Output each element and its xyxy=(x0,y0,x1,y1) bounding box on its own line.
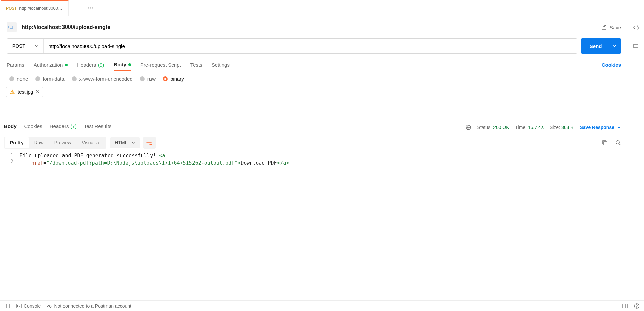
help-icon[interactable] xyxy=(634,303,639,309)
sidebar-toggle-icon[interactable] xyxy=(5,304,10,308)
search-icon[interactable] xyxy=(615,140,621,146)
file-pill[interactable]: test.jpg xyxy=(6,87,43,97)
view-mode-segment: Pretty Raw Preview Visualize xyxy=(4,137,106,149)
tab-body[interactable]: Body xyxy=(114,59,131,71)
tab-bar: POST http://localhost:3000/up xyxy=(0,0,644,16)
view-raw[interactable]: Raw xyxy=(29,137,49,148)
save-button[interactable]: Save xyxy=(601,24,621,30)
svg-rect-11 xyxy=(5,304,10,308)
tab-tests[interactable]: Tests xyxy=(190,59,202,70)
code-tag: > xyxy=(286,160,289,166)
code-content: File uploaded and PDF generated successf… xyxy=(19,153,165,159)
code-tag: > xyxy=(238,160,241,166)
language-select[interactable]: HTML xyxy=(110,137,140,148)
body-type-radios: none form-data x-www-form-urlencoded raw… xyxy=(0,71,628,82)
svg-point-2 xyxy=(92,7,93,8)
send-button[interactable]: Send xyxy=(581,38,621,54)
resp-tab-body[interactable]: Body xyxy=(4,121,17,133)
tab-authorization[interactable]: Authorization xyxy=(34,59,68,70)
send-label: Send xyxy=(586,43,606,49)
response-header: Body Cookies Headers (7) Test Results St… xyxy=(0,117,628,133)
sync-status-label: Not connected to a Postman account xyxy=(54,303,131,309)
main-row: HTTP http://localhost:3000/upload-single… xyxy=(0,16,644,311)
cookies-label: Cookies xyxy=(602,62,621,68)
radio-raw-label: raw xyxy=(147,76,156,82)
radio-xwww[interactable]: x-www-form-urlencoded xyxy=(72,76,133,82)
wrap-lines-button[interactable] xyxy=(143,137,156,149)
resp-tab-cookies[interactable]: Cookies xyxy=(24,121,42,133)
copy-icon[interactable] xyxy=(602,140,608,146)
view-pretty-label: Pretty xyxy=(10,140,24,145)
status-meta: Status: 200 OK xyxy=(477,125,509,130)
resp-tab-headers[interactable]: Headers (7) xyxy=(50,121,77,133)
save-label: Save xyxy=(610,24,621,30)
more-tabs-icon[interactable] xyxy=(87,7,93,9)
view-pretty[interactable]: Pretty xyxy=(5,137,29,148)
svg-point-4 xyxy=(12,93,12,93)
method-select[interactable]: POST xyxy=(7,39,44,53)
method-label: POST xyxy=(12,43,25,49)
new-tab-icon[interactable] xyxy=(75,5,81,11)
view-raw-label: Raw xyxy=(34,140,44,145)
resp-headers-label: Headers xyxy=(50,123,69,130)
view-row: Pretty Raw Preview Visualize HTML xyxy=(0,133,628,151)
resp-testresults-label: Test Results xyxy=(84,123,112,130)
url-input[interactable] xyxy=(44,39,577,53)
tab-title: http://localhost:3000/up xyxy=(19,6,63,11)
code-text: = xyxy=(43,160,46,166)
size-value: 363 B xyxy=(561,125,574,130)
save-response-button[interactable]: Save Response xyxy=(580,125,621,130)
code-text: File uploaded and PDF generated successf… xyxy=(19,153,159,159)
tab-prerequest[interactable]: Pre-request Script xyxy=(140,59,181,70)
request-row: POST Send xyxy=(0,38,628,58)
resp-cookies-label: Cookies xyxy=(24,123,42,130)
code-quote: " xyxy=(46,160,49,166)
request-tab[interactable]: POST http://localhost:3000/up xyxy=(1,0,69,16)
tab-body-label: Body xyxy=(114,62,126,67)
response-body[interactable]: 1 File uploaded and PDF generated succes… xyxy=(0,151,628,311)
save-icon xyxy=(601,24,607,30)
response-meta: Status: 200 OK Time: 15.72 s Size: 363 B… xyxy=(465,124,621,131)
resp-body-label: Body xyxy=(4,123,17,129)
sync-status[interactable]: Not connected to a Postman account xyxy=(47,303,131,309)
radio-binary[interactable]: binary xyxy=(163,76,184,82)
remove-file-icon[interactable] xyxy=(36,89,40,95)
radio-none[interactable]: none xyxy=(9,76,28,82)
http-badge-icon: HTTP xyxy=(7,22,17,32)
radio-icon xyxy=(140,76,145,81)
tab-settings[interactable]: Settings xyxy=(212,59,230,70)
view-visualize[interactable]: Visualize xyxy=(77,137,106,148)
radio-none-label: none xyxy=(17,76,28,82)
tab-actions xyxy=(69,5,93,11)
resp-tab-test-results[interactable]: Test Results xyxy=(84,121,112,133)
save-response-label: Save Response xyxy=(580,125,615,130)
code-text: Download PDF xyxy=(241,160,277,166)
view-preview[interactable]: Preview xyxy=(49,137,77,148)
responsive-icon[interactable] xyxy=(633,44,640,50)
radio-form-data[interactable]: form-data xyxy=(35,76,64,82)
radio-icon xyxy=(35,76,40,81)
status-label: Status: xyxy=(477,125,492,130)
main-col: HTTP http://localhost:3000/upload-single… xyxy=(0,16,628,311)
code-icon[interactable] xyxy=(633,25,640,30)
cookies-link[interactable]: Cookies xyxy=(602,59,621,70)
svg-point-1 xyxy=(90,7,91,8)
code-quote: " xyxy=(234,160,238,166)
request-tab-bar: Params Authorization Headers (9) Body Pr… xyxy=(7,59,592,71)
line-number: 2 xyxy=(2,159,19,165)
view-preview-label: Preview xyxy=(54,140,71,145)
code-line: 2 href="/download-pdf?path=D:\Nodejs\upl… xyxy=(2,159,626,165)
tab-headers[interactable]: Headers (9) xyxy=(77,59,104,70)
code-tag: </ xyxy=(277,160,283,166)
svg-point-0 xyxy=(88,7,89,8)
tab-params[interactable]: Params xyxy=(7,59,24,70)
layout-icon[interactable] xyxy=(622,304,628,308)
console-button[interactable]: Console xyxy=(16,303,41,309)
side-strip xyxy=(628,16,644,311)
code-tag: a xyxy=(283,160,286,166)
globe-icon[interactable] xyxy=(465,124,471,131)
status-bar: Console Not connected to a Postman accou… xyxy=(0,300,644,311)
radio-raw[interactable]: raw xyxy=(140,76,156,82)
svg-rect-7 xyxy=(604,142,607,145)
code-href: /download-pdf?path=D:\Nodejs\uploads\171… xyxy=(49,160,234,166)
